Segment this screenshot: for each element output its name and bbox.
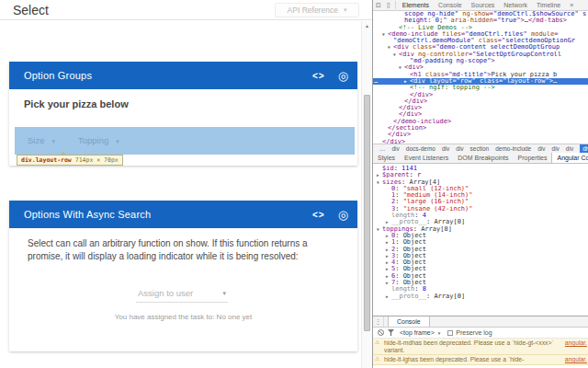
breadcrumb-item[interactable]: div (537, 145, 545, 152)
scope-property-row[interactable]: length: 4 (373, 213, 588, 219)
scope-property-row[interactable]: ▶0: Object (373, 233, 588, 239)
breadcrumb-item[interactable]: div (566, 145, 573, 152)
scope-property-row[interactable]: 0: "small (12-inch)" (373, 186, 588, 192)
console-warning: ⚠angular.hide-lt-mdhas been deprecated. … (373, 339, 588, 355)
view-source-icon[interactable]: <> (312, 210, 325, 220)
console-warning-text: hide-lt-mdhas been deprecated. Please us… (384, 339, 585, 353)
scrollbar-thumb[interactable] (364, 95, 370, 331)
bullseye-icon[interactable]: ◎ (338, 69, 348, 83)
breadcrumb-item[interactable]: div.l (580, 144, 588, 153)
sidebar-tab-properties[interactable]: Properties (514, 153, 552, 163)
dom-tree-node[interactable]: "demoCtrl.demoModule" class="selectdemoO… (373, 38, 588, 44)
api-reference-select[interactable]: API Reference ▾ (275, 3, 359, 17)
dom-tree-node[interactable]: </div> (373, 98, 588, 105)
dom-tree-node[interactable]: "md-padding ng-scope"> (373, 58, 588, 64)
frame-context-select[interactable]: <top frame> (400, 329, 435, 336)
scope-property-row[interactable]: ▶3: Object (373, 253, 588, 259)
page-scrollbar[interactable]: ▲ (361, 21, 372, 368)
assign-to-user-select[interactable]: Assign to user ▾ (136, 286, 228, 303)
toolbar-divider (395, 1, 396, 9)
warning-icon: ⚠ (375, 356, 379, 363)
scope-property-row[interactable]: ▶1: Object (373, 239, 588, 246)
elements-sidebar-tab-bar: StylesEvent ListenersDOM BreakpointsProp… (373, 153, 588, 164)
dom-tree-node[interactable]: </div> (373, 105, 588, 111)
console-drawer-tabbar: ⋮ Console (373, 316, 588, 328)
scope-property-row[interactable]: ▶$parent: r (373, 172, 588, 178)
drawer-menu-icon[interactable]: ⋮ (373, 316, 384, 327)
device-mode-icon[interactable]: ▯ (387, 1, 390, 10)
page-title: Select (13, 3, 49, 17)
dom-tree-node[interactable]: ▼<div ng-controller="SelectOptGroupContr… (373, 52, 588, 58)
breadcrumb-item[interactable]: section (470, 145, 490, 152)
devtools-tab-timeline[interactable]: Timeline (537, 2, 560, 8)
breadcrumb-item[interactable]: … (379, 145, 386, 152)
view-source-icon[interactable]: <> (312, 71, 325, 81)
scope-property-row[interactable]: 2: "large (16-inch)" (373, 199, 588, 205)
console-source-link[interactable]: angular. (565, 339, 587, 347)
clear-console-icon[interactable] (378, 329, 384, 336)
dom-tree-node[interactable]: ▼<div class="demo-content selectDemoOptG… (373, 44, 588, 51)
devtools-toolbar: ⊡ ▯ ElementsConsoleSourcesNetworkTimelin… (373, 0, 588, 11)
scrollbar-up-arrow-icon[interactable]: ▲ (362, 23, 372, 29)
bullseye-icon[interactable]: ◎ (338, 208, 348, 222)
sidebar-tab-dom-breakpoints[interactable]: DOM Breakpoints (453, 153, 513, 163)
dom-tree-node[interactable]: scope ng-hide" ng-show="demoCtrl.$showSo… (373, 11, 588, 17)
scope-property-row[interactable]: ▶5: Object (373, 266, 588, 272)
sidebar-tab-angular-context[interactable]: Angular Context (551, 153, 588, 163)
scope-property-row[interactable]: $id: 1141 (373, 166, 588, 172)
card-async-search: Options With Async Search <> ◎ Select ca… (9, 201, 357, 351)
dom-tree-node[interactable]: <h1 class="md-title">Pick your pizza b (373, 72, 588, 78)
async-description: Select can call an arbitrary function on… (28, 237, 340, 263)
dom-tree-node[interactable]: …▶<div layout="row" class="layout-row">… (373, 78, 588, 85)
page-header: Select API Reference ▾ (0, 0, 372, 20)
scope-property-row[interactable]: 1: "medium (14-inch)" (373, 192, 588, 199)
devtools-tab-elements[interactable]: Elements (402, 2, 429, 8)
dom-tree-node[interactable]: </div> (373, 92, 588, 98)
scope-property-row[interactable]: ▶6: Object (373, 273, 588, 280)
devtools-tab--[interactable]: » (570, 2, 573, 8)
scope-property-row[interactable]: ▼sizes: Array[4] (373, 179, 588, 186)
breadcrumb-item[interactable]: div (392, 145, 400, 152)
breadcrumb-item[interactable]: docs-demo (406, 145, 435, 152)
dom-tree-node[interactable]: height: 0;" aria-hidden="true">…</md-tab… (373, 17, 588, 24)
elements-dom-tree: scope ng-hide" ng-show="demoCtrl.$showSo… (373, 11, 588, 144)
console-warning: ⚠angular.hide-lt-lghas been deprecated. … (373, 355, 588, 365)
scope-property-row[interactable]: ▶7: Object (373, 280, 588, 286)
dom-tree-node[interactable]: <!-- Live Demos --> (373, 25, 588, 31)
devtools-tab-console[interactable]: Console (438, 2, 462, 8)
preserve-log-checkbox[interactable] (447, 330, 453, 336)
console-messages: ⚠angular.hide-lt-mdhas been deprecated. … (373, 339, 588, 365)
dom-tree-node[interactable]: ▼<div> (373, 64, 588, 71)
scope-property-row[interactable]: ▼toppings: Array[8] (373, 226, 588, 233)
scope-property-row[interactable]: 3: "insane (42-inch)" (373, 206, 588, 213)
dom-tree-node[interactable]: </div> (373, 111, 588, 118)
inspect-tooltip-dimensions: 714px × 70px (75, 156, 119, 164)
console-drawer: ⋮ Console <top frame> ▾ Preserve log ⚠an… (373, 316, 588, 368)
console-toolbar: <top frame> ▾ Preserve log (373, 328, 588, 339)
console-source-link[interactable]: angular. (565, 356, 587, 363)
pizza-heading: Pick your pizza below (24, 98, 129, 109)
dom-tree-node[interactable]: </demo-include> (373, 119, 588, 125)
assign-caption: You have assigned the task to: No one ye… (9, 313, 357, 321)
breadcrumb-item[interactable]: div (456, 145, 463, 152)
console-drawer-tab[interactable]: Console (388, 316, 430, 327)
filter-icon[interactable] (388, 329, 394, 336)
scope-property-row[interactable]: ▶__proto__: Array[0] (373, 219, 588, 225)
dom-tree-node[interactable]: </section> (373, 125, 588, 132)
scope-property-row[interactable]: ▶__proto__: Array[0] (373, 293, 588, 300)
breadcrumb-item[interactable]: div (552, 145, 560, 152)
sidebar-tab-styles[interactable]: Styles (373, 153, 400, 163)
scope-property-row[interactable]: length: 8 (373, 286, 588, 293)
sidebar-tab-event-listeners[interactable]: Event Listeners (400, 153, 453, 163)
scope-property-row[interactable]: ▶2: Object (373, 247, 588, 253)
devtools-tab-sources[interactable]: Sources (471, 2, 495, 8)
breadcrumb-item[interactable]: demo-include (495, 145, 531, 152)
inspect-element-icon[interactable]: ⊡ (376, 1, 381, 10)
dom-tree-node[interactable]: <!-- ngIf: topping --> (373, 85, 588, 91)
devtools-tab-network[interactable]: Network (503, 2, 527, 8)
scope-property-row[interactable]: ▶4: Object (373, 259, 588, 266)
dom-tree-node[interactable]: </div> (373, 132, 588, 138)
console-warning-text: hide-lt-lghas been deprecated. Please us… (384, 356, 585, 363)
dom-tree-node[interactable]: ▼<demo-include files="demoCtrl.files" mo… (373, 31, 588, 38)
breadcrumb-item[interactable]: div (442, 145, 449, 152)
